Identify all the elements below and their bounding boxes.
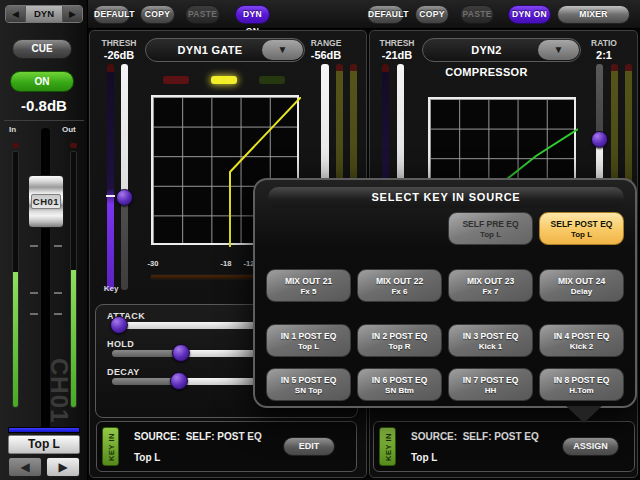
decay-label: DECAY [107,367,140,377]
fader-handle[interactable]: CH01 [28,175,64,228]
decay-slider-knob[interactable] [170,372,188,390]
key-source-button[interactable]: MIX OUT 21Fx 5 [266,269,351,302]
dyn2-keyin-box: KEY IN SOURCE: SELF: POST EQ Top L ASSIG… [373,421,635,472]
key-source-line2: H.Tom [540,386,623,395]
key-source-line1: IN 6 POST EQ [358,375,441,385]
dyn1-keyin-edit-button[interactable]: EDIT [283,437,335,456]
key-source-button[interactable]: SELF PRE EQTop L [448,212,533,245]
dyn2-keyin-source-name: Top L [411,452,437,463]
dyn2-keyin-source: SOURCE: SELF: POST EQ [411,431,539,442]
channel-id-watermark: CH01 [20,358,98,384]
key-source-line2: Top L [540,230,623,239]
dyn1-paste-button[interactable]: PASTE [185,5,220,24]
key-source-button[interactable]: MIX OUT 22Fx 6 [357,269,442,302]
key-source-line1: IN 8 POST EQ [540,375,623,385]
dyn2-ratio-slider-knob[interactable] [591,131,608,148]
dyn1-key-thresh-tick [106,195,115,197]
dyn1-key-meter [107,64,114,290]
dyn2-paste-button[interactable]: PASTE [460,5,494,24]
dyn1-keyin-source: SOURCE: SELF: POST EQ [134,431,262,442]
key-source-line2: Fx 5 [267,287,350,296]
key-source-line2: Kick 2 [540,342,623,351]
key-source-line1: IN 7 POST EQ [449,375,532,385]
fader-level-readout: -0.8dB [0,97,88,114]
fader-tick [54,292,62,294]
dyn2-type-value: DYN2 COMPRESSOR [437,39,536,61]
dyn1-thresh-slider-knob[interactable] [116,189,133,206]
key-source-line2: Fx 6 [358,287,441,296]
hold-label: HOLD [107,339,134,349]
key-source-button[interactable]: IN 1 POST EQTop L [266,324,351,357]
fader-cap-label: CH01 [31,194,61,209]
key-source-line2: Top L [449,230,532,239]
meter-out-label: Out [62,125,76,134]
page-prev-icon[interactable]: ◀ [6,6,25,22]
key-source-button[interactable]: IN 5 POST EQSN Top [266,368,351,401]
key-source-line2: Delay [540,287,623,296]
key-source-button[interactable]: IN 6 POST EQSN Btm [357,368,442,401]
fader-tick [30,245,38,247]
dyn1-range-label: RANGE [303,38,349,48]
dyn1-default-button[interactable]: DEFAULT [93,5,130,24]
divider [4,120,84,121]
hold-slider-knob[interactable] [172,344,190,362]
key-source-line1: SELF PRE EQ [449,219,532,229]
key-source-line1: IN 3 POST EQ [449,331,532,341]
channel-prev-button[interactable]: ◀ [8,457,42,477]
dyn2-thresh-value: -21dB [374,49,420,61]
key-source-line1: MIX OUT 21 [267,276,350,286]
key-source-button[interactable]: SELF POST EQTop L [539,212,624,245]
channel-next-button[interactable]: ▶ [46,457,80,477]
dyn1-copy-button[interactable]: COPY [140,5,175,24]
page-selector: ◀ DYN ▶ [5,5,83,23]
key-source-button[interactable]: MIX OUT 24Delay [539,269,624,302]
fader-tick [30,292,38,294]
cue-button[interactable]: CUE [12,39,72,59]
dyn2-copy-button[interactable]: COPY [415,5,449,24]
popup-callout-tail [566,406,602,423]
meter-in-label: In [9,125,16,134]
page-selector-label: DYN [25,6,63,22]
key-source-line2: Top L [267,342,350,351]
key-source-line2: Fx 7 [449,287,532,296]
channel-on-button[interactable]: ON [10,71,74,92]
dyn2-on-button[interactable]: DYN ON [508,5,551,24]
chevron-down-icon[interactable]: ▼ [262,40,303,60]
dyn2-type-dropdown[interactable]: DYN2 COMPRESSOR ▼ [422,38,581,62]
dyn1-type-dropdown[interactable]: DYN1 GATE ▼ [145,38,305,62]
gate-led-yellow [211,76,237,84]
dyn1-keyin-source-name: Top L [134,452,160,463]
key-in-source-popup: SELECT KEY IN SOURCE SELF PRE EQTop LSEL… [253,178,637,408]
key-source-button[interactable]: IN 4 POST EQKick 2 [539,324,624,357]
channel-strip: ◀ DYN ▶ CUE ON -0.8dB In Out CH01 CH01 T… [0,0,88,480]
key-source-line1: IN 2 POST EQ [358,331,441,341]
fader-tick [54,245,62,247]
key-source-button[interactable]: IN 2 POST EQTop R [357,324,442,357]
chevron-down-icon[interactable]: ▼ [538,40,579,60]
dynamics-screen: DEFAULT COPY PASTE DYN ON DEFAULT COPY P… [0,0,640,480]
key-source-button[interactable]: IN 3 POST EQKick 1 [448,324,533,357]
channel-color-bar [8,427,80,433]
key-source-button[interactable]: MIX OUT 23Fx 7 [448,269,533,302]
key-source-button[interactable]: IN 7 POST EQHH [448,368,533,401]
page-next-icon[interactable]: ▶ [63,6,82,22]
key-source-line2: SN Top [267,386,350,395]
dyn2-ratio-label: RATIO [583,38,625,48]
dyn1-key-meter-label: Key [99,284,123,293]
key-source-line1: MIX OUT 23 [449,276,532,286]
gate-led-red [163,76,189,84]
key-source-button[interactable]: IN 8 POST EQH.Tom [539,368,624,401]
fader-tick [30,313,38,315]
mixer-button[interactable]: MIXER [557,5,630,24]
channel-name-label[interactable]: Top L [8,435,80,454]
dyn1-thresh-slider-track[interactable] [121,64,128,290]
dyn2-keyin-assign-button[interactable]: ASSIGN [562,437,619,456]
dyn2-default-button[interactable]: DEFAULT [367,5,404,24]
dyn2-ratio-value: 2:1 [583,49,625,61]
attack-slider-knob[interactable] [110,316,128,334]
key-source-line1: IN 1 POST EQ [267,331,350,341]
dyn1-thresh-label: THRESH [96,38,142,48]
dyn1-on-button[interactable]: DYN ON [235,5,270,24]
key-source-line1: MIX OUT 24 [540,276,623,286]
out-clip-indicator [70,143,77,148]
